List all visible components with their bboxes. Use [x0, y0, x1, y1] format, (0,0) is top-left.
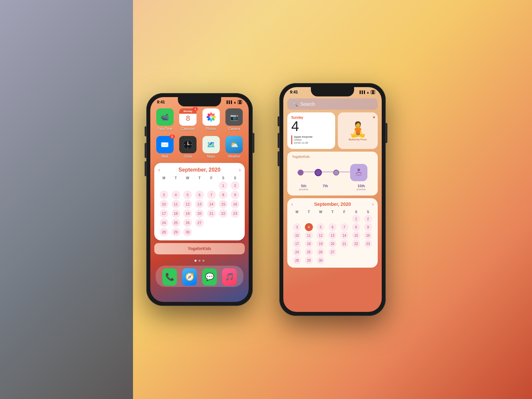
yoga-banner-1: YogaforKids — [154, 243, 245, 254]
cal-next-1[interactable]: › — [239, 167, 241, 173]
cal-lbl-w: W — [182, 176, 193, 181]
cal-header-1: ‹ September, 2020 › — [158, 167, 241, 173]
cal2-d-24[interactable]: 24 — [293, 248, 301, 256]
app-camera[interactable]: 📷 Camera — [224, 108, 244, 131]
cal-prev-1[interactable]: ‹ — [158, 167, 160, 173]
maps-label: Maps — [207, 155, 215, 158]
cal-d-21[interactable]: 21 — [207, 209, 216, 218]
cal-d-30[interactable]: 30 — [183, 228, 192, 236]
cal-d-19[interactable]: 19 — [183, 209, 192, 218]
cal-d-29[interactable]: 29 — [172, 228, 180, 236]
cal2-d-1[interactable]: 1 — [352, 215, 360, 223]
dock-1: 📞 🧭 💬 🎵 — [156, 266, 243, 287]
dock-safari[interactable]: 🧭 — [182, 268, 197, 286]
cal2-d-4[interactable]: 4 — [305, 223, 313, 231]
cal2-d-5[interactable]: 5 — [317, 223, 325, 231]
cal2-d-3[interactable]: 3 — [293, 223, 301, 231]
cal-d-26[interactable]: 26 — [183, 218, 192, 227]
app-mail[interactable]: ✉️ 5 Mail — [155, 136, 175, 158]
cal2-d-13[interactable]: 13 — [329, 231, 336, 239]
cal2-d-20[interactable]: 20 — [329, 240, 336, 248]
cal2-d-17[interactable]: 17 — [293, 240, 301, 248]
cal-d-25[interactable]: 25 — [172, 218, 180, 227]
cal-d — [207, 218, 216, 227]
date-event: Apple Keynote Online 10:00-11:30 — [291, 135, 331, 144]
cal2-d-11[interactable]: 11 — [305, 231, 313, 239]
cal-d-15[interactable]: 15 — [219, 200, 227, 208]
cal-d-24[interactable]: 24 — [160, 218, 168, 227]
cal2-d-6[interactable]: 6 — [329, 223, 336, 231]
photos-icon — [202, 108, 220, 126]
cal-d-14[interactable]: 14 — [207, 200, 216, 208]
power-button-2 — [386, 123, 387, 143]
clock-label: Clock — [184, 155, 192, 158]
cal2-d-8[interactable]: 8 — [352, 223, 360, 231]
cal2-d-2[interactable]: 2 — [364, 215, 372, 223]
cal2-d-15[interactable]: 15 — [352, 231, 360, 239]
cal-d-23[interactable]: 23 — [231, 209, 239, 218]
search-bar[interactable]: 🔍 Search — [287, 98, 378, 110]
app-maps[interactable]: 🗺️ Maps — [201, 136, 221, 158]
cal-d-9[interactable]: 9 — [231, 191, 239, 199]
cal-d-5[interactable]: 5 — [183, 191, 192, 199]
cal-d-11[interactable]: 11 — [172, 200, 180, 208]
cal2-d-27[interactable]: 27 — [329, 248, 336, 256]
cal2-lbl-f: F — [338, 209, 350, 214]
cal-d-8[interactable]: 8 — [219, 191, 227, 199]
app-facetime[interactable]: 📹 FaceTime — [155, 108, 175, 131]
cal-d-12[interactable]: 12 — [183, 200, 192, 208]
cal2-d-22[interactable]: 22 — [352, 240, 360, 248]
cal-d-22[interactable]: 22 — [219, 209, 227, 218]
dock-phone[interactable]: 📞 — [162, 268, 177, 286]
cal2-d-26[interactable]: 26 — [317, 248, 325, 256]
cal-d — [183, 181, 192, 190]
cal2-d-29[interactable]: 29 — [305, 256, 313, 264]
cal2-d-9[interactable]: 9 — [364, 223, 372, 231]
app-clock[interactable]: Clock — [178, 136, 198, 158]
dock-music[interactable]: 🎵 — [222, 268, 237, 286]
cal2-d-19[interactable]: 19 — [317, 240, 325, 248]
cal-d-7[interactable]: 7 — [207, 191, 216, 199]
cal2-d-10[interactable]: 10 — [293, 231, 301, 239]
cal-d-16[interactable]: 16 — [231, 200, 239, 208]
cal-prev-2[interactable]: ‹ — [291, 201, 293, 207]
facetime-label: FaceTime — [158, 127, 172, 131]
cal2-d-18[interactable]: 18 — [305, 240, 313, 248]
cal2-d-28[interactable]: 28 — [293, 256, 301, 264]
cal-d-27[interactable]: 27 — [195, 218, 204, 227]
volume-down-button-2 — [278, 151, 279, 166]
cal-d-28[interactable]: 28 — [160, 228, 168, 236]
mail-icon: ✉️ 5 — [156, 136, 174, 153]
cal-d-4[interactable]: 4 — [172, 191, 180, 199]
cal-d-1[interactable]: 1 — [219, 181, 227, 190]
svg-point-18 — [188, 144, 189, 145]
cal-d-10[interactable]: 10 — [160, 200, 168, 208]
mail-badge: 5 — [170, 135, 175, 139]
cal-d-3[interactable]: 3 — [160, 191, 168, 199]
cal-days-labels-1: M T W T F S S 1 2 — [158, 176, 241, 236]
cal-d-18[interactable]: 18 — [172, 209, 180, 218]
cal2-d-30[interactable]: 30 — [317, 256, 325, 264]
cal-next-2[interactable]: › — [372, 201, 374, 207]
app-calendar[interactable]: Monday 8 1 Calendar — [178, 108, 198, 131]
cal2-d-12[interactable]: 12 — [317, 231, 325, 239]
cal-d-6[interactable]: 6 — [195, 191, 204, 199]
mute-button — [145, 126, 146, 136]
calendar-icon: Monday 8 1 — [179, 108, 197, 126]
cal-d — [172, 181, 180, 190]
cal2-d-21[interactable]: 21 — [340, 240, 348, 248]
cal2-d-7[interactable]: 7 — [340, 223, 348, 231]
cal2-d-14[interactable]: 14 — [340, 231, 348, 239]
cal-d-17[interactable]: 17 — [160, 209, 168, 218]
cal-d-20[interactable]: 20 — [195, 209, 204, 218]
cal2-d-23[interactable]: 23 — [364, 240, 372, 248]
cal2-lbl-w: W — [315, 209, 327, 214]
app-photos[interactable]: Photos — [201, 108, 221, 131]
cal-lbl-m: M — [158, 176, 170, 181]
cal-d-13[interactable]: 13 — [195, 200, 204, 208]
cal2-d-25[interactable]: 25 — [305, 248, 313, 256]
cal-d-2[interactable]: 2 — [231, 181, 239, 190]
dock-messages[interactable]: 💬 — [202, 268, 217, 286]
app-weather[interactable]: ⛅ Weather — [224, 136, 244, 158]
cal2-d-16[interactable]: 16 — [364, 231, 372, 239]
